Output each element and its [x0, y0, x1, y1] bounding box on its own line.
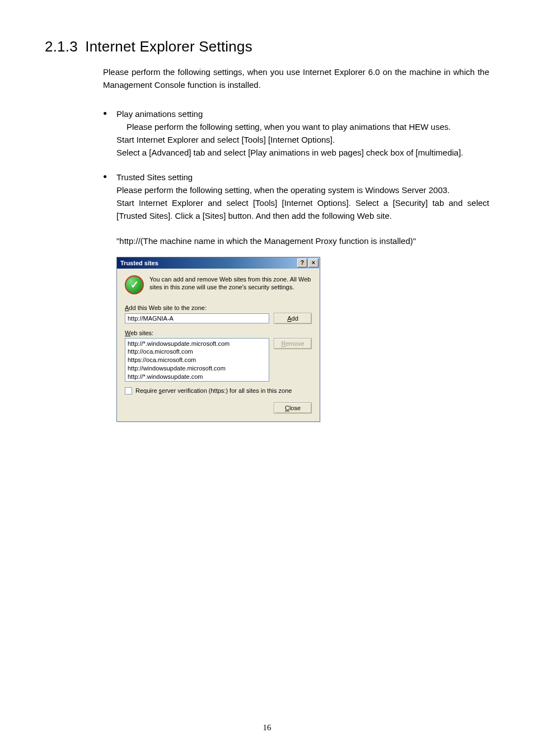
require-https-checkbox[interactable] [125, 387, 132, 395]
item-line: Please perform the following setting, wh… [116, 120, 489, 133]
add-button[interactable]: Add [274, 313, 312, 324]
list-item[interactable]: http://oca.microsoft.com [128, 348, 266, 356]
close-icon: × [312, 260, 315, 266]
web-sites-label: Web sites: [125, 330, 312, 336]
trusted-zone-icon: ✓ [125, 275, 144, 294]
close-dialog-button[interactable]: Close [274, 402, 312, 414]
section-number: 2.1.3 [45, 38, 78, 55]
dialog-title: Trusted sites [120, 260, 296, 266]
page-number: 16 [0, 723, 534, 732]
item-line: Start Internet Explorer and select [Tool… [116, 133, 489, 146]
help-icon: ? [301, 260, 304, 266]
item-line: Select a [Advanced] tab and select [Play… [116, 146, 489, 159]
require-https-label: Require server verification (https:) for… [135, 387, 292, 394]
add-site-input[interactable] [125, 313, 269, 323]
dialog-titlebar[interactable]: Trusted sites ? × [117, 257, 320, 269]
trusted-sites-dialog: Trusted sites ? × ✓ You can add and remo… [116, 257, 320, 422]
intro-paragraph: Please perform the following settings, w… [45, 65, 489, 92]
item-title: Trusted Sites setting [116, 171, 489, 184]
close-button[interactable]: × [308, 259, 318, 267]
remove-button[interactable]: Remove [274, 338, 312, 349]
list-item[interactable]: http://*.windowsupdate.microsoft.com [128, 340, 266, 348]
section-title: Internet Explorer Settings [85, 38, 252, 55]
help-button[interactable]: ? [297, 259, 307, 267]
bullet-play-animations: Play animations setting Please perform t… [103, 107, 489, 159]
item-line: Please perform the following setting, wh… [116, 184, 489, 196]
list-item[interactable]: http://windowsupdate.microsoft.com [128, 364, 266, 373]
dialog-description: You can add and remove Web sites from th… [149, 275, 312, 292]
item-title: Play animations setting [116, 107, 489, 120]
example-url: "http://(The machine name in which the M… [45, 236, 489, 246]
section-heading: 2.1.3 Internet Explorer Settings [45, 38, 489, 55]
list-item[interactable]: http://*.windowsupdate.com [128, 373, 266, 381]
item-line: Start Internet Explorer and select [Tool… [116, 196, 489, 223]
add-site-label: Add this Web site to the zone: [125, 304, 312, 311]
bullet-trusted-sites: Trusted Sites setting Please perform the… [103, 171, 489, 223]
list-item[interactable]: https://oca.microsoft.com [128, 356, 266, 364]
web-sites-listbox[interactable]: http://*.windowsupdate.microsoft.com htt… [125, 338, 269, 382]
